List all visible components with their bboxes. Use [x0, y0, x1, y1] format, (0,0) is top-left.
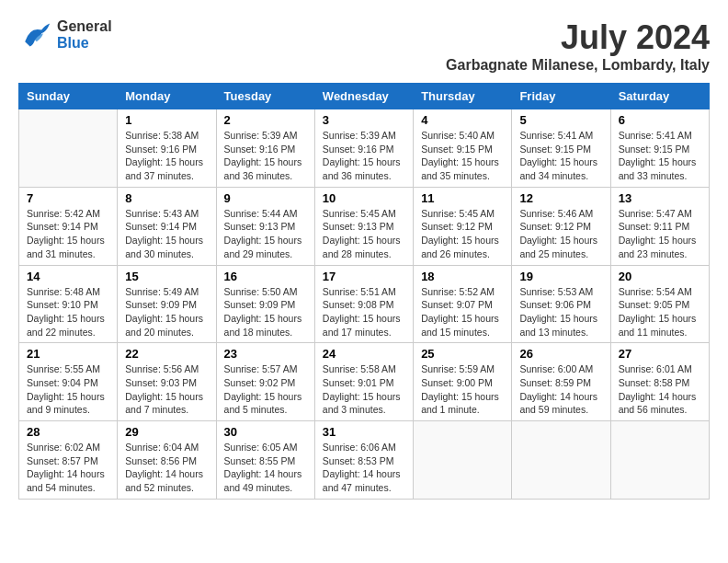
day-number: 15: [125, 270, 208, 283]
day-number: 20: [619, 270, 701, 283]
calendar-cell: 15Sunrise: 5:49 AM Sunset: 9:09 PM Dayli…: [118, 265, 216, 343]
day-info: Sunrise: 5:57 AM Sunset: 9:02 PM Dayligh…: [224, 362, 307, 417]
day-number: 1: [125, 113, 208, 127]
calendar-cell: 12Sunrise: 5:46 AM Sunset: 9:12 PM Dayli…: [512, 187, 610, 265]
day-info: Sunrise: 5:39 AM Sunset: 9:16 PM Dayligh…: [224, 129, 307, 183]
calendar-week-4: 21Sunrise: 5:55 AM Sunset: 9:04 PM Dayli…: [19, 343, 710, 421]
calendar-cell: 23Sunrise: 5:57 AM Sunset: 9:02 PM Dayli…: [216, 343, 314, 421]
calendar-cell: [512, 421, 610, 500]
day-info: Sunrise: 5:41 AM Sunset: 9:15 PM Dayligh…: [519, 129, 602, 183]
day-info: Sunrise: 5:44 AM Sunset: 9:13 PM Dayligh…: [224, 207, 307, 261]
day-number: 24: [323, 347, 405, 361]
title-area: July 2024 Garbagnate Milanese, Lombardy,…: [446, 18, 710, 74]
calendar-header-monday: Monday: [118, 84, 216, 109]
day-info: Sunrise: 5:56 AM Sunset: 9:03 PM Dayligh…: [125, 362, 208, 417]
calendar-cell: 22Sunrise: 5:56 AM Sunset: 9:03 PM Dayli…: [118, 343, 216, 421]
calendar-week-3: 14Sunrise: 5:48 AM Sunset: 9:10 PM Dayli…: [19, 265, 710, 343]
calendar-cell: 16Sunrise: 5:50 AM Sunset: 9:09 PM Dayli…: [216, 265, 314, 343]
calendar-cell: [19, 109, 118, 188]
calendar-cell: 14Sunrise: 5:48 AM Sunset: 9:10 PM Dayli…: [19, 265, 118, 343]
day-info: Sunrise: 5:39 AM Sunset: 9:16 PM Dayligh…: [323, 129, 405, 183]
calendar-cell: 31Sunrise: 6:06 AM Sunset: 8:53 PM Dayli…: [314, 421, 413, 500]
calendar-header-thursday: Thursday: [414, 84, 512, 109]
day-info: Sunrise: 5:43 AM Sunset: 9:14 PM Dayligh…: [125, 207, 208, 261]
calendar-table: SundayMondayTuesdayWednesdayThursdayFrid…: [18, 83, 710, 500]
calendar-cell: 27Sunrise: 6:01 AM Sunset: 8:58 PM Dayli…: [610, 343, 709, 421]
day-info: Sunrise: 5:59 AM Sunset: 9:00 PM Dayligh…: [421, 362, 504, 417]
calendar-cell: 20Sunrise: 5:54 AM Sunset: 9:05 PM Dayli…: [610, 265, 709, 343]
calendar-cell: 29Sunrise: 6:04 AM Sunset: 8:56 PM Dayli…: [118, 421, 216, 500]
calendar-cell: 21Sunrise: 5:55 AM Sunset: 9:04 PM Dayli…: [19, 343, 118, 421]
calendar-cell: 11Sunrise: 5:45 AM Sunset: 9:12 PM Dayli…: [414, 187, 512, 265]
day-number: 9: [224, 191, 307, 205]
calendar-week-2: 7Sunrise: 5:42 AM Sunset: 9:14 PM Daylig…: [19, 187, 710, 265]
day-info: Sunrise: 6:00 AM Sunset: 8:59 PM Dayligh…: [519, 362, 602, 417]
day-number: 26: [519, 347, 602, 361]
day-info: Sunrise: 5:47 AM Sunset: 9:11 PM Dayligh…: [619, 207, 701, 261]
calendar-cell: [610, 421, 709, 500]
calendar-cell: 7Sunrise: 5:42 AM Sunset: 9:14 PM Daylig…: [19, 187, 118, 265]
calendar-cell: 28Sunrise: 6:02 AM Sunset: 8:57 PM Dayli…: [19, 421, 118, 500]
calendar-cell: 30Sunrise: 6:05 AM Sunset: 8:55 PM Dayli…: [216, 421, 314, 500]
day-info: Sunrise: 6:06 AM Sunset: 8:53 PM Dayligh…: [323, 441, 405, 495]
calendar-cell: 26Sunrise: 6:00 AM Sunset: 8:59 PM Dayli…: [512, 343, 610, 421]
day-number: 27: [619, 347, 701, 361]
calendar-cell: 17Sunrise: 5:51 AM Sunset: 9:08 PM Dayli…: [314, 265, 413, 343]
day-info: Sunrise: 6:01 AM Sunset: 8:58 PM Dayligh…: [619, 362, 701, 417]
calendar-header-sunday: Sunday: [19, 84, 118, 109]
calendar-header-wednesday: Wednesday: [314, 84, 413, 109]
day-number: 18: [421, 270, 504, 283]
day-number: 5: [519, 113, 602, 127]
day-number: 8: [125, 191, 208, 205]
day-info: Sunrise: 5:38 AM Sunset: 9:16 PM Dayligh…: [125, 129, 208, 183]
day-number: 11: [421, 191, 504, 205]
day-number: 4: [421, 113, 504, 127]
day-number: 17: [323, 270, 405, 283]
day-number: 10: [323, 191, 405, 205]
calendar-cell: 3Sunrise: 5:39 AM Sunset: 9:16 PM Daylig…: [314, 109, 413, 188]
day-info: Sunrise: 5:54 AM Sunset: 9:05 PM Dayligh…: [619, 285, 701, 339]
logo-text: General Blue: [57, 18, 112, 52]
day-info: Sunrise: 5:40 AM Sunset: 9:15 PM Dayligh…: [421, 129, 504, 183]
day-info: Sunrise: 5:52 AM Sunset: 9:07 PM Dayligh…: [421, 285, 504, 339]
day-number: 25: [421, 347, 504, 361]
calendar-cell: 5Sunrise: 5:41 AM Sunset: 9:15 PM Daylig…: [512, 109, 610, 188]
calendar-cell: [414, 421, 512, 500]
calendar-cell: 9Sunrise: 5:44 AM Sunset: 9:13 PM Daylig…: [216, 187, 314, 265]
calendar-cell: 1Sunrise: 5:38 AM Sunset: 9:16 PM Daylig…: [118, 109, 216, 188]
calendar-header-row: SundayMondayTuesdayWednesdayThursdayFrid…: [19, 84, 710, 109]
day-info: Sunrise: 5:45 AM Sunset: 9:13 PM Dayligh…: [323, 207, 405, 261]
calendar-cell: 10Sunrise: 5:45 AM Sunset: 9:13 PM Dayli…: [314, 187, 413, 265]
day-number: 31: [323, 425, 405, 439]
day-number: 28: [27, 425, 109, 439]
calendar-body: 1Sunrise: 5:38 AM Sunset: 9:16 PM Daylig…: [19, 109, 710, 500]
day-info: Sunrise: 6:02 AM Sunset: 8:57 PM Dayligh…: [27, 441, 109, 495]
header: General Blue July 2024 Garbagnate Milane…: [18, 18, 710, 74]
day-info: Sunrise: 5:51 AM Sunset: 9:08 PM Dayligh…: [323, 285, 405, 339]
day-info: Sunrise: 6:04 AM Sunset: 8:56 PM Dayligh…: [125, 441, 208, 495]
day-number: 14: [27, 270, 109, 283]
logo: General Blue: [18, 18, 112, 52]
day-number: 16: [224, 270, 307, 283]
calendar-header-tuesday: Tuesday: [216, 84, 314, 109]
calendar-cell: 13Sunrise: 5:47 AM Sunset: 9:11 PM Dayli…: [610, 187, 709, 265]
day-number: 29: [125, 425, 208, 439]
day-info: Sunrise: 5:55 AM Sunset: 9:04 PM Dayligh…: [27, 362, 109, 417]
calendar-header-friday: Friday: [512, 84, 610, 109]
calendar-cell: 8Sunrise: 5:43 AM Sunset: 9:14 PM Daylig…: [118, 187, 216, 265]
day-info: Sunrise: 5:58 AM Sunset: 9:01 PM Dayligh…: [323, 362, 405, 417]
calendar-cell: 25Sunrise: 5:59 AM Sunset: 9:00 PM Dayli…: [414, 343, 512, 421]
calendar-cell: 19Sunrise: 5:53 AM Sunset: 9:06 PM Dayli…: [512, 265, 610, 343]
day-info: Sunrise: 6:05 AM Sunset: 8:55 PM Dayligh…: [224, 441, 307, 495]
calendar-cell: 18Sunrise: 5:52 AM Sunset: 9:07 PM Dayli…: [414, 265, 512, 343]
day-number: 12: [519, 191, 602, 205]
day-number: 21: [27, 347, 109, 361]
day-info: Sunrise: 5:49 AM Sunset: 9:09 PM Dayligh…: [125, 285, 208, 339]
day-number: 3: [323, 113, 405, 127]
day-info: Sunrise: 5:41 AM Sunset: 9:15 PM Dayligh…: [619, 129, 701, 183]
day-info: Sunrise: 5:46 AM Sunset: 9:12 PM Dayligh…: [519, 207, 602, 261]
day-number: 30: [224, 425, 307, 439]
calendar-header-saturday: Saturday: [610, 84, 709, 109]
page-subtitle: Garbagnate Milanese, Lombardy, Italy: [446, 57, 710, 74]
page-title: July 2024: [446, 18, 710, 57]
